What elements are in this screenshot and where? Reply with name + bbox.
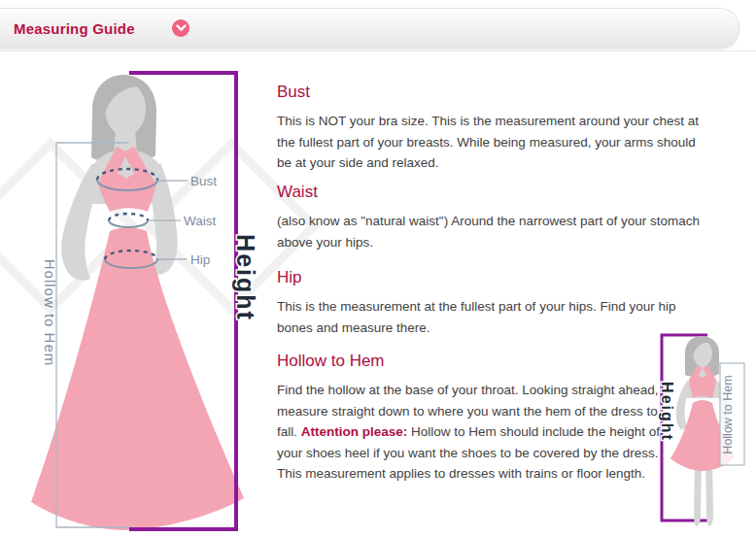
- height-label: Height: [232, 234, 259, 321]
- chevron-down-icon[interactable]: [172, 19, 189, 37]
- page-title: Measuring Guide: [14, 20, 135, 37]
- section-hollow-to-hem: Hollow to Hem Find the hollow at the bas…: [277, 352, 662, 485]
- small-figure-hair-swoosh: [690, 339, 713, 365]
- waist-ellipse: [109, 214, 148, 227]
- label-connectors: [149, 181, 188, 259]
- bust-label: Bust: [190, 174, 217, 188]
- attention-please-label: Attention please:: [301, 424, 408, 439]
- small-hollow-to-hem-label: Hollow to Hem: [721, 375, 735, 453]
- small-figure-face: [693, 341, 712, 377]
- figure-hair: [91, 75, 156, 162]
- hollow-to-hem-line: [56, 143, 129, 527]
- small-figure-arms: [676, 380, 730, 430]
- waist-label: Waist: [184, 214, 216, 228]
- waist-heading: Waist: [277, 183, 709, 202]
- section-hip: Hip This is the measurement at the fulle…: [277, 268, 709, 338]
- hollow-to-hem-label: Hollow to Hem: [42, 259, 58, 367]
- small-figure-shoulders: [683, 376, 722, 399]
- small-figure-hair: [685, 336, 719, 377]
- height-line: [129, 73, 236, 529]
- bust-heading: Bust: [277, 83, 709, 102]
- chevron-glyph: [176, 24, 187, 32]
- bust-description: This is NOT your bra size. This is the m…: [277, 111, 709, 174]
- header-divider: [0, 50, 756, 51]
- hip-label: Hip: [190, 252, 210, 267]
- figure-hair-swoosh: [98, 81, 149, 134]
- figure-shoulders: [83, 150, 170, 204]
- hip-heading: Hip: [277, 268, 709, 287]
- dress-skirt: [31, 227, 244, 530]
- small-dress: [670, 365, 735, 471]
- bust-ellipse: [97, 169, 157, 190]
- large-figure-illustration: Bust Waist Hip Hollow to Hem Height: [31, 73, 259, 530]
- small-height-line: [662, 335, 709, 520]
- hip-description: This is the measurement at the fullest p…: [277, 296, 709, 338]
- small-figure-legs: [694, 456, 713, 526]
- small-hollow-to-hem-box: [720, 363, 744, 465]
- waist-description: (also know as "natural waist") Around th…: [277, 211, 709, 252]
- dress-bodice: [98, 174, 156, 212]
- watermark-pattern: [0, 144, 314, 309]
- small-figure-illustration: Height Hollow to Hem: [659, 335, 744, 526]
- hollow-to-hem-heading: Hollow to Hem: [277, 352, 662, 371]
- figure-face: [105, 82, 146, 155]
- section-bust: Bust This is NOT your bra size. This is …: [277, 83, 709, 174]
- hip-ellipse: [105, 251, 157, 268]
- dress-straps: [99, 147, 154, 188]
- measuring-guide-header[interactable]: Measuring Guide: [0, 8, 739, 49]
- hollow-to-hem-description: Find the hollow at the base of your thro…: [277, 380, 662, 485]
- figure-arms: [61, 163, 178, 281]
- section-waist: Waist (also know as "natural waist") Aro…: [277, 183, 709, 252]
